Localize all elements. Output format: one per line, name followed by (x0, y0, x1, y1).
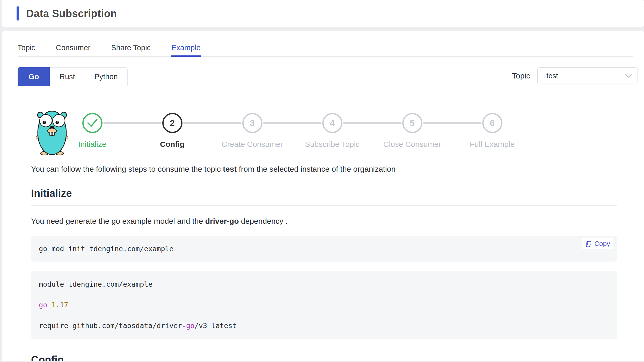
content-panel: Topic Consumer Share Topic Example Go Ru… (2, 31, 644, 361)
code-text: module tdengine.com/example (39, 280, 152, 288)
code-line: require github.com/taosdata/driver-go/v3… (39, 322, 609, 329)
code-keyword: go (39, 301, 47, 309)
step-subscribe-topic: 4 Subscribe Topic (292, 113, 372, 149)
tab-consumer[interactable]: Consumer (56, 44, 91, 56)
step-label: Subscribe Topic (305, 140, 360, 149)
code-number: 1.17 (47, 301, 68, 309)
topic-select-group: Topic test (512, 67, 638, 84)
tab-topic[interactable]: Topic (18, 44, 35, 56)
step-label: Close Consumer (383, 140, 441, 149)
step-config: 2 Config (132, 113, 212, 149)
tab-bar: Topic Consumer Share Topic Example (18, 31, 633, 57)
tab-example[interactable]: Example (171, 44, 201, 56)
chevron-down-icon (625, 74, 632, 78)
step-label: Initialize (78, 140, 106, 149)
copy-button[interactable]: Copy (582, 238, 613, 249)
step-create-consumer: 3 Create Consumer (212, 113, 292, 149)
initialize-description: You need generate the go example model a… (31, 217, 617, 226)
intro-topic-name: test (223, 165, 237, 173)
intro-after: from the selected instance of the organi… (237, 165, 396, 173)
intro-before: You can follow the following steps to co… (31, 165, 223, 173)
topic-select-value: test (546, 72, 558, 80)
intro-text: You can follow the following steps to co… (31, 165, 617, 173)
desc-after: dependency : (239, 217, 288, 225)
code-line: module tdengine.com/example (39, 281, 609, 288)
step-label: Full Example (470, 140, 515, 149)
topic-select-label: Topic (512, 71, 530, 80)
step-circle: 5 (402, 113, 422, 133)
step-circle: 6 (482, 113, 502, 133)
step-label: Config (160, 140, 185, 149)
toolbar: Go Rust Python Topic test (12, 67, 638, 86)
step-label: Create Consumer (222, 140, 283, 149)
step-circle: 4 (322, 113, 342, 133)
code-text: require github.com/taosdata/driver- (39, 322, 186, 330)
language-button-rust[interactable]: Rust (50, 67, 85, 86)
desc-dependency-name: driver-go (205, 217, 239, 225)
tab-share-topic[interactable]: Share Topic (111, 44, 151, 56)
section-heading-initialize: Initialize (31, 187, 617, 206)
step-list: Initialize 2 Config 3 Create Consumer (52, 113, 532, 149)
code-line: go 1.17 (39, 301, 609, 308)
step-full-example: 6 Full Example (452, 113, 532, 149)
copy-icon (585, 241, 592, 247)
code-keyword: go (186, 322, 195, 330)
copy-button-label: Copy (594, 240, 610, 248)
stepper: Initialize 2 Config 3 Create Consumer (31, 109, 617, 155)
step-circle: 2 (162, 113, 182, 133)
step-close-consumer: 5 Close Consumer (372, 113, 452, 149)
step-circle: 3 (242, 113, 262, 133)
code-line: go mod init tdengine.com/example (39, 245, 609, 252)
code-block-go-mod-file: module tdengine.com/example go 1.17 requ… (31, 271, 617, 339)
example-article: Initialize 2 Config 3 Create Consumer (2, 109, 644, 361)
page-title: Data Subscription (26, 8, 117, 19)
title-accent-bar (17, 6, 19, 20)
language-button-python[interactable]: Python (85, 67, 128, 86)
language-switcher: Go Rust Python (18, 67, 128, 86)
step-circle (82, 113, 103, 133)
step-initialize: Initialize (52, 113, 132, 149)
page-header: Data Subscription (2, 0, 644, 27)
code-block-go-mod-init: go mod init tdengine.com/example Copy (31, 236, 617, 262)
language-button-go[interactable]: Go (18, 67, 50, 86)
desc-before: You need generate the go example model a… (31, 217, 205, 225)
topic-select[interactable]: test (537, 67, 638, 84)
section-heading-config: Config (31, 354, 617, 361)
check-icon (87, 119, 98, 127)
code-text: /v3 latest (194, 322, 237, 330)
